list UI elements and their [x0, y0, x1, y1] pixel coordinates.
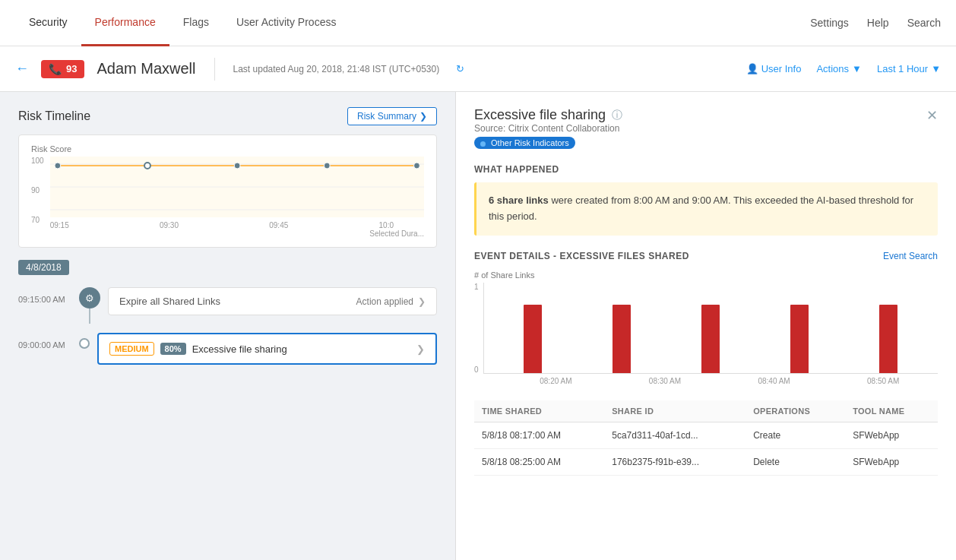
nav-security-label: Security — [29, 16, 68, 28]
divider — [214, 58, 215, 81]
what-happened-rest: were created from 8:00 AM and 9:00 AM. T… — [489, 195, 913, 222]
svg-point-8 — [413, 163, 419, 169]
date-badge: 4/8/2018 — [18, 260, 69, 275]
user-name: Adam Maxwell — [97, 60, 195, 78]
svg-point-4 — [55, 163, 61, 169]
chart-main: 09:15 09:30 09:45 10:0 Selected Dura... — [50, 157, 424, 238]
back-button[interactable]: ← — [15, 61, 29, 77]
col-share-id: SHARE ID — [604, 400, 745, 422]
nav-settings[interactable]: Settings — [810, 17, 849, 29]
action-applied-label: Action applied — [356, 296, 413, 307]
panel-header: Excessive file sharing ⓘ Source: Citrix … — [474, 107, 938, 161]
chevron-right-icon: ❯ — [419, 111, 427, 122]
table-header-row: TIME SHARED SHARE ID OPERATIONS TOOL NAM… — [474, 400, 938, 422]
badge-dot — [480, 141, 486, 147]
timeline-connector-1: ⚙ — [79, 287, 100, 324]
nav-left: Security Performance Flags User Activity… — [15, 0, 350, 46]
user-icon: 👤 — [746, 63, 758, 74]
nav-help[interactable]: Help — [867, 17, 889, 29]
nav-item-performance[interactable]: Performance — [81, 0, 169, 46]
bar-1 — [524, 305, 542, 373]
event-search-link[interactable]: Event Search — [883, 251, 938, 261]
source-text: Source: Citrix Content Collaboration — [474, 123, 622, 134]
table-row: 5/8/18 08:25:00 AM 176b2375-f91b-e39... … — [474, 448, 938, 475]
gear-icon: ⚙ — [79, 287, 100, 308]
right-panel: Excessive file sharing ⓘ Source: Citrix … — [456, 92, 956, 560]
nav-flags-label: Flags — [183, 16, 209, 28]
bar-chart-y-label: # of Share Links — [474, 271, 938, 280]
info-icon[interactable]: ⓘ — [612, 109, 622, 122]
risk-event-card[interactable]: MEDIUM 80% Excessive file sharing ❯ — [97, 333, 437, 365]
col-time-shared: TIME SHARED — [474, 400, 604, 422]
what-happened-title: WHAT HAPPENED — [474, 164, 938, 175]
event-label-1: Expire all Shared Links — [119, 296, 220, 307]
chevron-down-icon-time: ▼ — [931, 63, 941, 74]
risk-score: 93 — [66, 63, 77, 74]
actions-button[interactable]: Actions ▼ — [816, 63, 862, 74]
cell-share-id-2: 176b2375-f91b-e39... — [604, 448, 745, 475]
refresh-icon[interactable]: ↻ — [456, 63, 464, 74]
svg-point-5 — [144, 163, 150, 169]
bar-chart-wrapper: 1 0 — [474, 283, 938, 385]
nav-user-activity-label: User Activity Process — [236, 16, 336, 28]
timeline-event-risk: 09:00:00 AM MEDIUM 80% Excessive file sh… — [18, 333, 437, 365]
user-info-button[interactable]: 👤 User Info — [746, 63, 802, 74]
table-body: 5/8/18 08:17:00 AM 5ca7d311-40af-1cd... … — [474, 422, 938, 475]
event-card-action[interactable]: Expire all Shared Links Action applied ❯ — [108, 287, 437, 315]
user-bar: ← 📞 93 Adam Maxwell Last updated Aug 20,… — [0, 46, 956, 92]
main-content: Risk Timeline Risk Summary ❯ Risk Score … — [0, 92, 956, 560]
cell-operations-1: Create — [745, 422, 845, 448]
risk-timeline-title: Risk Timeline — [18, 109, 90, 123]
panel-title: Excessive file sharing ⓘ — [474, 107, 622, 123]
risk-summary-button[interactable]: Risk Summary ❯ — [347, 107, 437, 125]
timeline-event-action: 09:15:00 AM ⚙ Expire all Shared Links Ac… — [18, 287, 437, 324]
event-table: TIME SHARED SHARE ID OPERATIONS TOOL NAM… — [474, 400, 938, 476]
last-updated: Last updated Aug 20, 2018, 21:48 IST (UT… — [233, 64, 440, 74]
nav-right: Settings Help Search — [810, 17, 941, 29]
risk-timeline-header: Risk Timeline Risk Summary ❯ — [18, 107, 437, 125]
event-time-2: 09:00:00 AM — [18, 333, 79, 350]
bar-chart-area — [483, 283, 938, 374]
cell-time-1: 5/8/18 08:17:00 AM — [474, 422, 604, 448]
risk-badge: 📞 93 — [41, 60, 84, 78]
event-details-title: EVENT DETAILS - EXCESSIVE FILES SHARED — [474, 251, 689, 261]
chart-svg — [50, 157, 424, 217]
cell-time-2: 5/8/18 08:25:00 AM — [474, 448, 604, 475]
nav-item-security[interactable]: Security — [15, 0, 81, 46]
bar-5 — [879, 305, 897, 373]
time-filter-button[interactable]: Last 1 Hour ▼ — [877, 63, 941, 74]
risk-event-title: Excessive file sharing — [192, 343, 287, 355]
bar-4 — [790, 305, 809, 373]
svg-point-6 — [234, 163, 240, 169]
event-card-right-1: Action applied ❯ — [356, 296, 426, 307]
cell-share-id-1: 5ca7d311-40af-1cd... — [604, 422, 745, 448]
close-button[interactable]: ✕ — [926, 107, 938, 124]
left-panel: Risk Timeline Risk Summary ❯ Risk Score … — [0, 92, 456, 560]
chevron-right-icon-2: ❯ — [416, 343, 425, 355]
timeline-section: 4/8/2018 09:15:00 AM ⚙ Expire all Shared… — [0, 248, 455, 386]
cell-tool-2: SFWebApp — [845, 448, 938, 475]
timeline-connector-2 — [79, 333, 90, 349]
top-nav: Security Performance Flags User Activity… — [0, 0, 956, 46]
col-operations: OPERATIONS — [745, 400, 845, 422]
bar-chart-y-axis: 1 0 — [474, 283, 479, 374]
svg-point-7 — [324, 163, 330, 169]
event-details-header: EVENT DETAILS - EXCESSIVE FILES SHARED E… — [474, 251, 938, 261]
nav-item-flags[interactable]: Flags — [169, 0, 223, 46]
chevron-right-icon-1: ❯ — [418, 296, 426, 307]
share-links-count: 6 share links — [489, 195, 549, 206]
nav-performance-label: Performance — [95, 16, 156, 28]
bar-chart-x-labels: 08:20 AM 08:30 AM 08:40 AM 08:50 AM — [483, 377, 938, 385]
chart-x-labels: 09:15 09:30 09:45 10:0 — [50, 221, 424, 229]
cell-operations-2: Delete — [745, 448, 845, 475]
nav-item-user-activity[interactable]: User Activity Process — [223, 0, 350, 46]
chevron-down-icon: ▼ — [852, 63, 862, 74]
risk-chart: Risk Score 100 90 70 — [18, 134, 437, 248]
bar-3 — [701, 305, 720, 373]
score-badge: 80% — [160, 343, 186, 355]
what-happened-box: 6 share links were created from 8:00 AM … — [474, 182, 938, 236]
user-bar-actions: 👤 User Info Actions ▼ Last 1 Hour ▼ — [746, 63, 941, 74]
other-risk-badge: Other Risk Indicators — [474, 137, 575, 149]
chart-area: 100 90 70 — [31, 157, 424, 238]
nav-search[interactable]: Search — [907, 17, 941, 29]
